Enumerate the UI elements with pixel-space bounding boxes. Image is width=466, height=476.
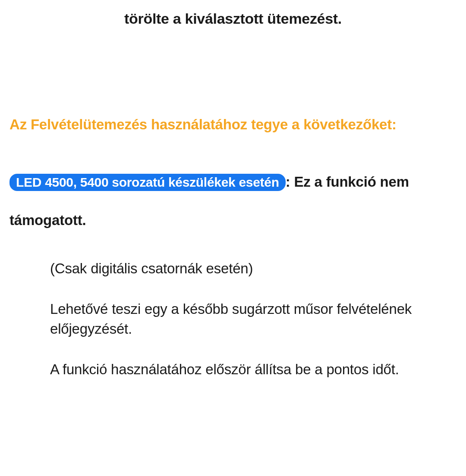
indented-line-2: Lehetővé teszi egy a később sugárzott mű…	[50, 299, 448, 339]
device-series-pill: LED 4500, 5400 sorozatú készülékek eseté…	[9, 174, 286, 191]
indented-paragraphs: (Csak digitális csatornák esetén) Lehető…	[9, 259, 457, 380]
indented-line-1: (Csak digitális csatornák esetén)	[50, 259, 448, 279]
section-heading: Az Felvételütemezés használatához tegye …	[9, 105, 457, 144]
main-paragraph: LED 4500, 5400 sorozatú készülékek eseté…	[9, 163, 457, 239]
indented-line-3: A funkció használatához először állítsa …	[50, 360, 448, 379]
continuation-text: törölte a kiválasztott ütemezést.	[9, 10, 457, 27]
